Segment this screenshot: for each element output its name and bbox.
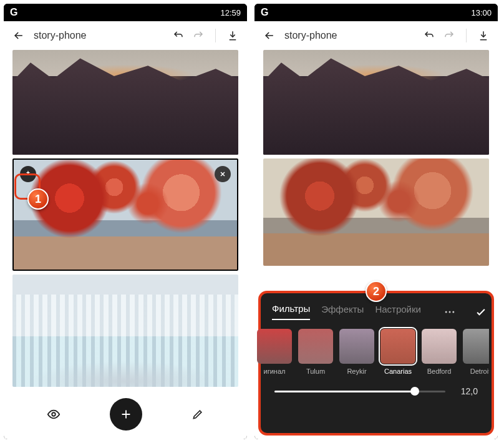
filter-thumb: [380, 329, 415, 364]
status-bar: G 12:59: [4, 4, 247, 21]
status-time: 12:59: [220, 8, 241, 17]
image-slot-1[interactable]: [263, 50, 489, 155]
filter-bedford[interactable]: Bedford: [422, 329, 457, 375]
project-title: story-phone: [34, 30, 87, 41]
redo-icon: [443, 30, 455, 41]
svg-point-2: [448, 311, 450, 313]
tab-effects[interactable]: Эффекты: [321, 304, 364, 319]
filter-original[interactable]: игинал: [257, 329, 292, 375]
filter-reykir[interactable]: Reykir: [339, 329, 374, 375]
bottom-bar: [4, 393, 247, 439]
status-bar: G 13:00: [254, 4, 498, 21]
tab-settings[interactable]: Настройки: [375, 304, 421, 319]
more-icon[interactable]: [443, 306, 456, 318]
filter-canarias[interactable]: Canarias: [380, 329, 415, 375]
filter-tulum[interactable]: Tulum: [298, 329, 333, 375]
filter-thumb: [339, 329, 374, 364]
preview-icon[interactable]: [47, 407, 61, 421]
filter-detroit[interactable]: Detroit: [463, 329, 489, 375]
undo-icon[interactable]: [173, 30, 184, 41]
svg-point-1: [445, 311, 447, 313]
redo-icon: [193, 30, 204, 41]
filter-label: Tulum: [306, 368, 325, 375]
filter-thumb: [257, 329, 292, 364]
filters-row[interactable]: игинал Tulum Reykir Canarias Bedford: [257, 320, 489, 380]
svg-point-0: [52, 412, 56, 416]
back-icon[interactable]: [263, 29, 276, 42]
svg-point-3: [452, 311, 454, 313]
filter-label: Canarias: [384, 368, 412, 375]
filter-thumb: [463, 329, 489, 364]
image-slot-2-selected[interactable]: [12, 158, 238, 271]
top-bar: story-phone: [4, 21, 247, 50]
divider: [215, 29, 216, 42]
image-slot-3[interactable]: [12, 275, 238, 387]
filter-thumb: [422, 329, 457, 364]
filter-thumb: [298, 329, 333, 364]
status-time: 13:00: [471, 8, 492, 17]
tabs: Фильтры Эффекты Настройки: [263, 299, 489, 320]
slider-track[interactable]: [274, 391, 445, 392]
intensity-slider: 12,0: [263, 380, 489, 396]
top-bar: story-phone: [254, 21, 498, 50]
image-slot-1[interactable]: [12, 50, 238, 155]
slider-value: 12,0: [454, 386, 478, 396]
app-surface: story-phone: [4, 21, 247, 439]
back-icon[interactable]: [12, 29, 25, 42]
confirm-icon[interactable]: [475, 306, 487, 318]
phone-right: G 13:00 story-phone 2: [254, 4, 498, 439]
add-button[interactable]: [110, 398, 142, 431]
undo-icon[interactable]: [424, 30, 435, 41]
annotation-number-1: 1: [27, 188, 49, 210]
tab-filters[interactable]: Фильтры: [272, 303, 310, 320]
download-icon[interactable]: [478, 30, 489, 41]
divider: [466, 29, 467, 42]
filter-label: Bedford: [427, 368, 452, 375]
filter-label: игинал: [264, 368, 286, 375]
annotation-number-2: 2: [366, 281, 387, 302]
download-icon[interactable]: [227, 30, 238, 41]
slider-fill: [274, 391, 415, 392]
phone-left: G 12:59 story-phone: [4, 4, 247, 439]
project-title: story-phone: [284, 30, 337, 41]
filter-panel: 2 Фильтры Эффекты Настройки игинал: [258, 291, 494, 436]
filter-label: Detroit: [470, 368, 489, 375]
edit-icon[interactable]: [191, 408, 204, 421]
app-surface: story-phone 2 Фильтры Эффекты Настройки: [254, 21, 498, 439]
slider-thumb[interactable]: [410, 387, 419, 396]
g-logo: G: [10, 7, 17, 18]
g-logo: G: [261, 7, 268, 18]
canvas: [4, 50, 247, 393]
filter-label: Reykir: [347, 368, 366, 375]
image-slot-2[interactable]: [263, 158, 489, 266]
close-icon[interactable]: [215, 166, 231, 182]
